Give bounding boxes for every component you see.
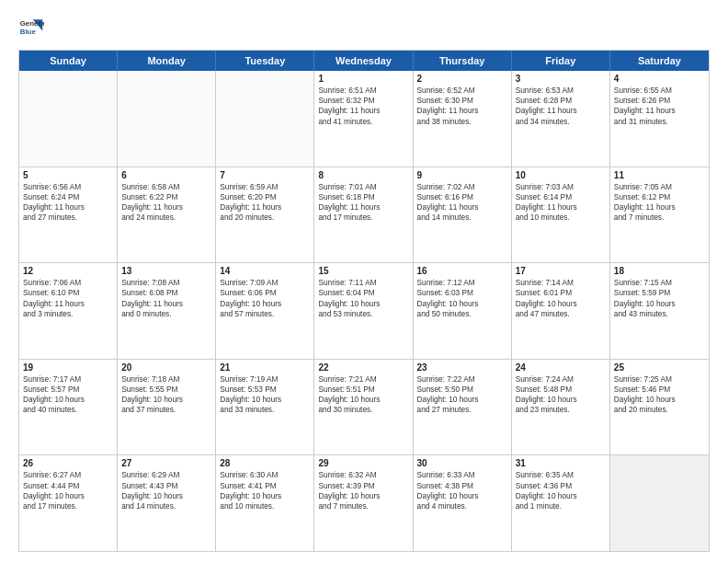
header-day-monday: Monday bbox=[118, 51, 216, 71]
cell-line: Sunrise: 7:05 AM bbox=[614, 182, 705, 192]
cell-line: Sunrise: 7:03 AM bbox=[516, 182, 606, 192]
calendar-week-5: 26Sunrise: 6:27 AMSunset: 4:44 PMDayligh… bbox=[19, 455, 709, 551]
cell-line: Sunrise: 6:53 AM bbox=[516, 86, 606, 96]
cell-line: Daylight: 10 hours bbox=[121, 395, 211, 405]
cell-line: Daylight: 11 hours bbox=[121, 202, 211, 213]
day-number: 14 bbox=[220, 266, 310, 276]
cell-line: Daylight: 11 hours bbox=[417, 202, 507, 213]
day-number: 28 bbox=[220, 458, 310, 468]
cell-line: Daylight: 10 hours bbox=[417, 491, 507, 501]
calendar-week-4: 19Sunrise: 7:17 AMSunset: 5:57 PMDayligh… bbox=[19, 360, 709, 456]
cell-line: Daylight: 11 hours bbox=[614, 202, 705, 213]
calendar-cell: 4Sunrise: 6:55 AMSunset: 6:26 PMDaylight… bbox=[610, 71, 709, 167]
cell-line: Sunrise: 6:56 AM bbox=[23, 182, 113, 192]
cell-line: and 31 minutes. bbox=[614, 117, 705, 127]
day-number: 24 bbox=[516, 362, 606, 373]
cell-line: Daylight: 11 hours bbox=[121, 299, 211, 309]
cell-line: Daylight: 10 hours bbox=[614, 395, 705, 405]
cell-line: Sunrise: 6:51 AM bbox=[318, 86, 408, 96]
day-number: 12 bbox=[23, 266, 113, 276]
cell-line: Sunrise: 6:35 AM bbox=[516, 470, 606, 480]
cell-line: and 3 minutes. bbox=[23, 309, 113, 319]
cell-line: Sunset: 5:50 PM bbox=[417, 385, 507, 395]
day-number: 19 bbox=[23, 362, 113, 373]
header-day-thursday: Thursday bbox=[414, 51, 512, 71]
header-day-saturday: Saturday bbox=[610, 51, 709, 71]
cell-line: Sunset: 4:44 PM bbox=[23, 481, 113, 491]
cell-line: Sunrise: 7:22 AM bbox=[417, 374, 507, 385]
cell-line: Sunrise: 6:32 AM bbox=[318, 470, 408, 480]
cell-line: Sunrise: 6:52 AM bbox=[417, 86, 507, 96]
calendar-cell: 21Sunrise: 7:19 AMSunset: 5:53 PMDayligh… bbox=[216, 360, 314, 455]
cell-line: Sunset: 4:41 PM bbox=[220, 481, 310, 491]
page: General Blue SundayMondayTuesdayWednesda… bbox=[0, 0, 728, 563]
cell-line: Sunset: 6:28 PM bbox=[516, 96, 606, 106]
calendar-cell: 27Sunrise: 6:29 AMSunset: 4:43 PMDayligh… bbox=[118, 455, 216, 551]
cell-line: Daylight: 10 hours bbox=[516, 299, 606, 309]
cell-line: Sunrise: 7:18 AM bbox=[121, 374, 211, 385]
cell-line: Sunset: 4:36 PM bbox=[516, 481, 606, 491]
calendar-cell: 3Sunrise: 6:53 AMSunset: 6:28 PMDaylight… bbox=[512, 71, 610, 167]
day-number: 9 bbox=[417, 170, 507, 180]
cell-line: Sunset: 6:10 PM bbox=[23, 288, 113, 298]
cell-line: Sunset: 4:39 PM bbox=[318, 481, 408, 491]
cell-line: Sunset: 6:26 PM bbox=[614, 96, 705, 106]
calendar-cell: 15Sunrise: 7:11 AMSunset: 6:04 PMDayligh… bbox=[314, 263, 413, 359]
cell-line: Daylight: 11 hours bbox=[318, 202, 408, 213]
calendar-cell: 9Sunrise: 7:02 AMSunset: 6:16 PMDaylight… bbox=[414, 167, 512, 263]
cell-line: Sunset: 5:51 PM bbox=[318, 385, 408, 395]
day-number: 31 bbox=[516, 458, 606, 468]
cell-line: and 1 minute. bbox=[516, 501, 606, 511]
cell-line: Sunset: 6:06 PM bbox=[220, 288, 310, 298]
cell-line: and 50 minutes. bbox=[417, 309, 507, 319]
calendar-cell: 2Sunrise: 6:52 AMSunset: 6:30 PMDaylight… bbox=[414, 71, 512, 167]
cell-line: and 14 minutes. bbox=[417, 213, 507, 223]
cell-line: and 4 minutes. bbox=[417, 501, 507, 511]
calendar-cell: 6Sunrise: 6:58 AMSunset: 6:22 PMDaylight… bbox=[118, 167, 216, 263]
calendar-cell: 26Sunrise: 6:27 AMSunset: 4:44 PMDayligh… bbox=[19, 455, 118, 551]
cell-line: Daylight: 11 hours bbox=[23, 299, 113, 309]
cell-line: Sunrise: 6:30 AM bbox=[220, 470, 310, 480]
cell-line: Sunset: 6:24 PM bbox=[23, 192, 113, 202]
cell-line: Daylight: 11 hours bbox=[614, 106, 705, 116]
cell-line: Sunset: 6:16 PM bbox=[417, 192, 507, 202]
day-number: 20 bbox=[121, 362, 211, 373]
cell-line: Sunset: 6:32 PM bbox=[318, 96, 408, 106]
calendar-cell: 31Sunrise: 6:35 AMSunset: 4:36 PMDayligh… bbox=[512, 455, 610, 551]
calendar-cell: 1Sunrise: 6:51 AMSunset: 6:32 PMDaylight… bbox=[314, 71, 413, 167]
cell-line: Sunrise: 6:29 AM bbox=[121, 470, 211, 480]
calendar-cell: 30Sunrise: 6:33 AMSunset: 4:38 PMDayligh… bbox=[414, 455, 512, 551]
cell-line: and 40 minutes. bbox=[23, 405, 113, 415]
cell-line: and 47 minutes. bbox=[516, 309, 606, 319]
calendar-cell: 24Sunrise: 7:24 AMSunset: 5:48 PMDayligh… bbox=[512, 360, 610, 455]
cell-line: and 23 minutes. bbox=[516, 405, 606, 415]
calendar-cell bbox=[118, 71, 216, 167]
cell-line: Sunset: 6:20 PM bbox=[220, 192, 310, 202]
calendar-cell: 28Sunrise: 6:30 AMSunset: 4:41 PMDayligh… bbox=[216, 455, 314, 551]
day-number: 29 bbox=[318, 458, 408, 468]
header-day-tuesday: Tuesday bbox=[216, 51, 314, 71]
day-number: 4 bbox=[614, 74, 705, 84]
calendar-week-3: 12Sunrise: 7:06 AMSunset: 6:10 PMDayligh… bbox=[19, 263, 709, 360]
logo-icon: General Blue bbox=[18, 15, 44, 40]
cell-line: Sunrise: 7:21 AM bbox=[318, 374, 408, 385]
cell-line: Sunset: 4:38 PM bbox=[417, 481, 507, 491]
calendar-cell: 23Sunrise: 7:22 AMSunset: 5:50 PMDayligh… bbox=[414, 360, 512, 455]
cell-line: Sunrise: 7:09 AM bbox=[220, 278, 310, 288]
logo: General Blue bbox=[18, 15, 44, 40]
calendar-header: SundayMondayTuesdayWednesdayThursdayFrid… bbox=[19, 51, 709, 71]
cell-line: and 7 minutes. bbox=[318, 501, 408, 511]
header-day-wednesday: Wednesday bbox=[314, 51, 413, 71]
calendar-cell: 17Sunrise: 7:14 AMSunset: 6:01 PMDayligh… bbox=[512, 263, 610, 359]
cell-line: Sunset: 5:46 PM bbox=[614, 385, 705, 395]
day-number: 17 bbox=[516, 266, 606, 276]
cell-line: Daylight: 11 hours bbox=[516, 202, 606, 213]
calendar-cell: 7Sunrise: 6:59 AMSunset: 6:20 PMDaylight… bbox=[216, 167, 314, 263]
cell-line: Sunrise: 7:02 AM bbox=[417, 182, 507, 192]
calendar-cell: 10Sunrise: 7:03 AMSunset: 6:14 PMDayligh… bbox=[512, 167, 610, 263]
cell-line: Sunset: 6:08 PM bbox=[121, 288, 211, 298]
day-number: 8 bbox=[318, 170, 408, 180]
cell-line: Sunrise: 7:19 AM bbox=[220, 374, 310, 385]
cell-line: Sunrise: 7:06 AM bbox=[23, 278, 113, 288]
day-number: 27 bbox=[121, 458, 211, 468]
